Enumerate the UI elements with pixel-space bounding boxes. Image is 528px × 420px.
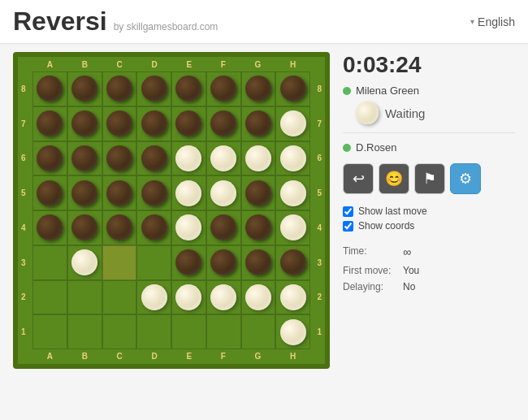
row-label: 1 (21, 327, 26, 336)
dark-piece (210, 110, 236, 136)
dark-piece (175, 249, 201, 275)
dark-piece (280, 249, 306, 275)
show-last-move-checkbox[interactable] (343, 206, 353, 217)
board-cell[interactable] (241, 245, 276, 280)
board-cell[interactable] (275, 141, 310, 176)
board-cell[interactable] (67, 141, 102, 176)
row-label: 1 (317, 327, 322, 336)
game-board[interactable]: ABCDEFGH ABCDEFGH 87654321 87654321 (13, 52, 330, 369)
col-label: C (117, 60, 123, 69)
board-cell[interactable] (171, 175, 206, 210)
board-cell[interactable] (67, 71, 102, 106)
dark-piece (280, 76, 306, 102)
board-cell[interactable] (67, 245, 102, 280)
board-cell[interactable] (206, 314, 241, 349)
board-cell[interactable] (241, 280, 276, 315)
settings-button[interactable]: ⚙ (450, 163, 481, 194)
dark-piece (106, 76, 132, 102)
board-cell[interactable] (241, 106, 276, 141)
show-coords-checkbox[interactable] (343, 221, 353, 232)
board-cell[interactable] (136, 106, 171, 141)
dark-piece (106, 214, 132, 240)
dark-piece (71, 214, 97, 240)
board-cell[interactable] (102, 280, 137, 315)
board-cell[interactable] (171, 245, 206, 280)
dark-piece (210, 214, 236, 240)
board-cell[interactable] (67, 210, 102, 245)
light-piece (280, 214, 306, 240)
board-cell[interactable] (102, 314, 137, 349)
board-cell[interactable] (171, 106, 206, 141)
board-cell[interactable] (67, 175, 102, 210)
board-cell[interactable] (206, 175, 241, 210)
board-cell[interactable] (32, 175, 67, 210)
time-row: Time: ∞ (343, 243, 515, 262)
board-cell[interactable] (206, 141, 241, 176)
dark-piece (37, 180, 63, 206)
board-cell[interactable] (32, 245, 67, 280)
flag-button[interactable]: ⚑ (414, 163, 445, 194)
board-cell[interactable] (171, 210, 206, 245)
board-cell[interactable] (275, 314, 310, 349)
board-cell[interactable] (102, 245, 137, 280)
board-cell[interactable] (102, 71, 137, 106)
board-cell[interactable] (171, 280, 206, 315)
board-cell[interactable] (102, 210, 137, 245)
board-cell[interactable] (102, 106, 137, 141)
board-cell[interactable] (67, 314, 102, 349)
board-cell[interactable] (206, 106, 241, 141)
emoji-button[interactable]: 😊 (379, 163, 409, 194)
board-cell[interactable] (241, 314, 276, 349)
board-cell[interactable] (171, 71, 206, 106)
board-cell[interactable] (241, 141, 276, 176)
board-cell[interactable] (275, 245, 310, 280)
board-cell[interactable] (102, 175, 137, 210)
board-cell[interactable] (136, 314, 171, 349)
waiting-piece (356, 102, 379, 124)
dark-piece (141, 76, 167, 102)
board-cell[interactable] (171, 141, 206, 176)
board-cell[interactable] (136, 210, 171, 245)
board-cell[interactable] (275, 71, 310, 106)
language-selector[interactable]: ▾ English (470, 15, 515, 28)
board-cell[interactable] (275, 106, 310, 141)
board-cell[interactable] (275, 210, 310, 245)
board-cell[interactable] (136, 71, 171, 106)
dark-piece (106, 145, 132, 171)
board-cell[interactable] (275, 280, 310, 315)
board-cell[interactable] (206, 210, 241, 245)
board-cell[interactable] (241, 71, 276, 106)
row-label: 7 (317, 119, 322, 128)
board-cell[interactable] (275, 175, 310, 210)
board-cell[interactable] (67, 280, 102, 315)
board-grid[interactable] (32, 71, 310, 349)
board-cell[interactable] (241, 175, 276, 210)
show-coords-label[interactable]: Show coords (358, 220, 414, 232)
board-cell[interactable] (102, 141, 137, 176)
board-cell[interactable] (32, 141, 67, 176)
board-cell[interactable] (171, 314, 206, 349)
dark-piece (245, 110, 271, 136)
board-cell[interactable] (67, 106, 102, 141)
board-cell[interactable] (32, 71, 67, 106)
board-cell[interactable] (206, 71, 241, 106)
board-cell[interactable] (32, 314, 67, 349)
board-cell[interactable] (32, 280, 67, 315)
board-cell[interactable] (206, 245, 241, 280)
board-cell[interactable] (136, 175, 171, 210)
row-labels-left: 87654321 (21, 71, 26, 349)
board-cell[interactable] (136, 141, 171, 176)
board-cell[interactable] (32, 106, 67, 141)
col-label: G (254, 60, 261, 69)
board-cell[interactable] (32, 210, 67, 245)
board-cell[interactable] (241, 210, 276, 245)
board-cell[interactable] (136, 245, 171, 280)
game-timer: 0:03:24 (343, 52, 515, 78)
show-last-move-label[interactable]: Show last move (358, 206, 427, 217)
player1-row: Milena Green (343, 84, 515, 97)
board-cell[interactable] (206, 280, 241, 315)
light-piece (175, 214, 201, 240)
row-label: 2 (21, 292, 26, 301)
board-cell[interactable] (136, 280, 171, 315)
undo-button[interactable]: ↩ (343, 163, 374, 194)
